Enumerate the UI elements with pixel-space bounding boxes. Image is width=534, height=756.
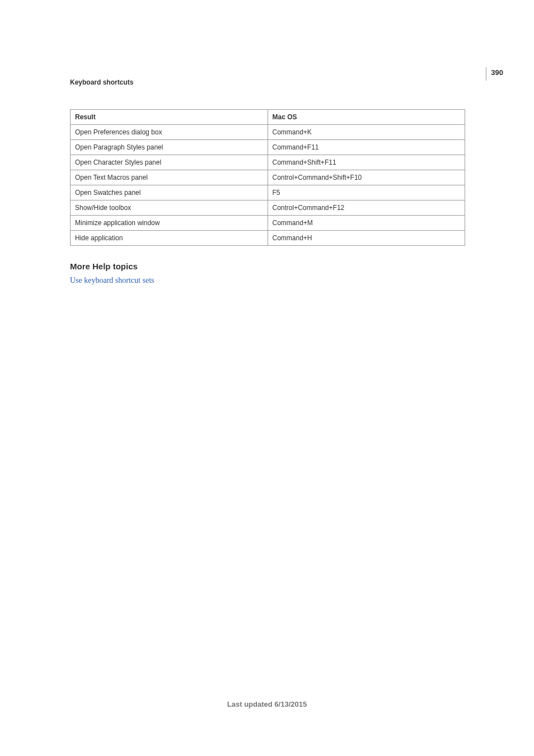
cell-macos: Command+F11: [268, 140, 465, 155]
cell-result: Open Preferences dialog box: [71, 125, 268, 140]
header-result: Result: [71, 110, 268, 125]
page-number-container: 390: [486, 67, 503, 81]
section-title: Keyboard shortcuts: [70, 78, 133, 86]
cell-macos: Command+Shift+F11: [268, 155, 465, 170]
table-row: Open Paragraph Styles panel Command+F11: [71, 140, 465, 155]
page-number: 390: [491, 68, 503, 77]
shortcuts-table: Result Mac OS Open Preferences dialog bo…: [70, 109, 465, 246]
cell-result: Open Paragraph Styles panel: [71, 140, 268, 155]
table-row: Hide application Command+H: [71, 231, 465, 246]
footer-last-updated: Last updated 6/13/2015: [0, 700, 534, 708]
cell-macos: Command+H: [268, 231, 465, 246]
header-macos: Mac OS: [268, 110, 465, 125]
cell-result: Hide application: [71, 231, 268, 246]
cell-macos: Command+K: [268, 125, 465, 140]
more-help-heading: More Help topics: [70, 262, 465, 271]
help-link-shortcut-sets[interactable]: Use keyboard shortcut sets: [70, 274, 465, 286]
cell-result: Show/Hide toolbox: [71, 200, 268, 216]
table-row: Open Preferences dialog box Command+K: [71, 125, 465, 140]
table-row: Open Text Macros panel Control+Command+S…: [71, 170, 465, 185]
table-row: Show/Hide toolbox Control+Command+F12: [71, 200, 465, 216]
cell-result: Open Text Macros panel: [71, 170, 268, 185]
cell-macos: Control+Command+Shift+F10: [268, 170, 465, 185]
cell-macos: F5: [268, 185, 465, 200]
table-header-row: Result Mac OS: [71, 110, 465, 125]
table-row: Open Swatches panel F5: [71, 185, 465, 200]
table-row: Minimize application window Command+M: [71, 216, 465, 231]
cell-result: Minimize application window: [71, 216, 268, 231]
page-content: Result Mac OS Open Preferences dialog bo…: [70, 109, 465, 286]
cell-macos: Control+Command+F12: [268, 200, 465, 216]
cell-macos: Command+M: [268, 216, 465, 231]
cell-result: Open Swatches panel: [71, 185, 268, 200]
table-row: Open Character Styles panel Command+Shif…: [71, 155, 465, 170]
cell-result: Open Character Styles panel: [71, 155, 268, 170]
